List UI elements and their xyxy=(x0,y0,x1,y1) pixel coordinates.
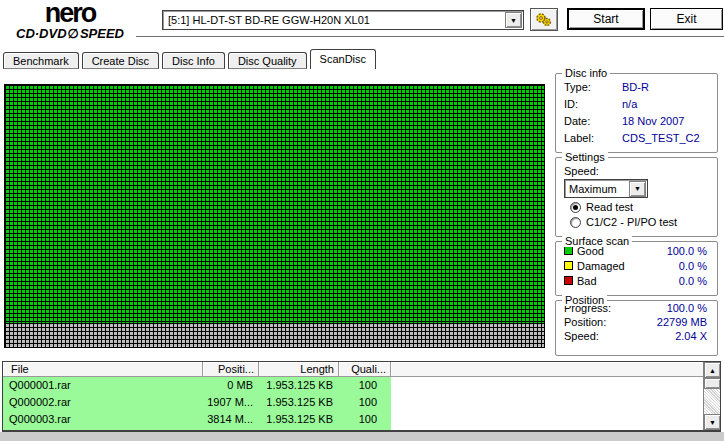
triangle-up-icon: ▲ xyxy=(709,367,716,374)
cell-quality: 100 xyxy=(339,377,391,394)
surface-scan-title: Surface scan xyxy=(562,235,632,247)
speed-selector-dropdown-button[interactable]: ▼ xyxy=(629,181,646,197)
disc-label-label: Label: xyxy=(564,130,622,147)
scroll-up-button[interactable]: ▲ xyxy=(704,362,721,378)
cell-filler xyxy=(391,377,720,394)
cell-position: 1907 M... xyxy=(203,394,259,411)
disc-date-value: 18 Nov 2007 xyxy=(622,113,684,130)
position-row-position: Position:22799 MB xyxy=(556,315,717,329)
surface-scan-grid xyxy=(4,84,545,348)
tab-disc-quality[interactable]: Disc Quality xyxy=(228,52,307,69)
surface-scan-row-damaged: Damaged0.0 % xyxy=(556,259,717,272)
good-value: 100.0 % xyxy=(667,245,707,257)
damaged-label: Damaged xyxy=(577,260,679,272)
settings-title: Settings xyxy=(562,151,608,163)
vertical-scrollbar[interactable]: ▲ ▼ xyxy=(703,362,720,430)
cell-position: 0 MB xyxy=(203,377,259,394)
scrollbar-thumb[interactable] xyxy=(704,378,721,389)
drive-selector[interactable]: [5:1] HL-DT-ST BD-RE GGW-H20N XL01 ▼ xyxy=(162,10,524,30)
tab-strip: Benchmark Create Disc Disc Info Disc Qua… xyxy=(3,49,379,69)
speed-row-value: 2.04 X xyxy=(675,329,707,343)
surface-scan-groupbox: Surface scan Good100.0 % Damaged0.0 % Ba… xyxy=(555,241,718,296)
disc-info-row-id: ID:n/a xyxy=(556,96,717,113)
table-row[interactable]: Q000002.rar 1907 M... 1.953.125 KB 100 xyxy=(3,394,720,411)
radio-selected-dot xyxy=(573,205,578,210)
disc-id-label: ID: xyxy=(564,96,622,113)
bad-value: 0.0 % xyxy=(679,275,707,287)
disc-info-row-label: Label:CDS_TEST_C2 xyxy=(556,130,717,147)
scan-grid-good-area xyxy=(5,85,544,323)
position-value: 22799 MB xyxy=(657,315,707,329)
tab-benchmark[interactable]: Benchmark xyxy=(3,52,79,69)
cell-file: Q000002.rar xyxy=(3,394,203,411)
column-header-quality[interactable]: Quali... xyxy=(339,362,391,377)
drive-selector-value: [5:1] HL-DT-ST BD-RE GGW-H20N XL01 xyxy=(163,14,505,26)
position-groupbox: Position Progress:100.0 % Position:22799… xyxy=(555,300,718,356)
progress-value: 100.0 % xyxy=(667,301,707,315)
cell-quality: 100 xyxy=(339,411,391,428)
chevron-down-icon: ▼ xyxy=(510,17,517,24)
column-header-empty xyxy=(391,362,720,377)
good-color-swatch xyxy=(564,246,573,255)
surface-scan-row-bad: Bad0.0 % xyxy=(556,274,717,287)
cell-file: Q000001.rar xyxy=(3,377,203,394)
disc-info-title: Disc info xyxy=(562,67,610,79)
c1c2-pipo-test-label: C1/C2 - PI/PO test xyxy=(586,216,677,228)
chevron-down-icon: ▼ xyxy=(634,185,641,192)
disc-info-row-type: Type:BD-R xyxy=(556,79,717,96)
header-divider xyxy=(136,36,724,38)
cell-position: 3814 M... xyxy=(203,411,259,428)
file-list-header: File Positi... Length Quali... xyxy=(3,362,720,377)
tab-create-disc[interactable]: Create Disc xyxy=(82,52,159,69)
cell-length: 1.953.125 KB xyxy=(259,394,339,411)
cell-length: 1.953.125 KB xyxy=(259,377,339,394)
nero-cd-dvd-speed-window: nero CD·DVD∅SPEED [5:1] HL-DT-ST BD-RE G… xyxy=(0,0,724,441)
table-row[interactable]: Q000001.rar 0 MB 1.953.125 KB 100 xyxy=(3,377,720,394)
table-row[interactable]: Q000003.rar 3814 M... 1.953.125 KB 100 xyxy=(3,411,720,428)
disc-type-value: BD-R xyxy=(622,79,649,96)
column-header-length[interactable]: Length xyxy=(259,362,339,377)
position-row-speed: Speed:2.04 X xyxy=(556,329,717,343)
disc-type-label: Type: xyxy=(564,79,622,96)
cell-quality: 100 xyxy=(339,394,391,411)
start-button[interactable]: Start xyxy=(567,8,645,30)
disc-info-groupbox: Disc info Type:BD-R ID:n/a Date:18 Nov 2… xyxy=(555,73,718,153)
window-bottom-edge xyxy=(0,432,724,441)
speed-selector[interactable]: Maximum ▼ xyxy=(564,179,648,198)
radio-icon xyxy=(570,202,581,213)
damaged-value: 0.0 % xyxy=(679,260,707,272)
disc-label-value: CDS_TEST_C2 xyxy=(622,130,700,147)
logo-subtitle: CD·DVD∅SPEED xyxy=(6,26,134,41)
exit-button[interactable]: Exit xyxy=(650,8,723,30)
disc-date-label: Date: xyxy=(564,113,622,130)
drive-selector-dropdown-button[interactable]: ▼ xyxy=(505,12,522,28)
file-list: File Positi... Length Quali... Q000001.r… xyxy=(2,361,721,432)
scroll-down-button[interactable]: ▼ xyxy=(704,414,721,430)
triangle-down-icon: ▼ xyxy=(709,419,716,426)
options-button[interactable] xyxy=(530,8,558,31)
c1c2-pipo-test-radio[interactable]: C1/C2 - PI/PO test xyxy=(556,213,717,228)
gears-icon xyxy=(535,12,553,27)
logo-nero-text: nero xyxy=(6,1,134,26)
disc-icon: ∅ xyxy=(67,26,80,41)
logo-cddvd-text: CD·DVD xyxy=(16,26,67,41)
cell-filler xyxy=(391,411,720,428)
disc-id-value: n/a xyxy=(622,96,637,113)
read-test-radio[interactable]: Read test xyxy=(556,198,717,213)
speed-selector-value: Maximum xyxy=(565,183,629,195)
cell-file: Q000003.rar xyxy=(3,411,203,428)
tab-scandisc[interactable]: ScanDisc xyxy=(310,49,376,69)
read-test-label: Read test xyxy=(586,201,633,213)
speed-row-label: Speed: xyxy=(564,329,675,343)
damaged-color-swatch xyxy=(564,261,573,270)
bad-label: Bad xyxy=(577,275,679,287)
scan-grid-unscanned-area xyxy=(5,323,544,347)
logo-speed-text: SPEED xyxy=(80,26,124,41)
position-title: Position xyxy=(562,294,607,306)
column-header-position[interactable]: Positi... xyxy=(203,362,259,377)
tab-disc-info[interactable]: Disc Info xyxy=(162,52,225,69)
column-header-file[interactable]: File xyxy=(3,362,203,377)
radio-icon xyxy=(570,217,581,228)
bad-color-swatch xyxy=(564,276,573,285)
cell-filler xyxy=(391,394,720,411)
